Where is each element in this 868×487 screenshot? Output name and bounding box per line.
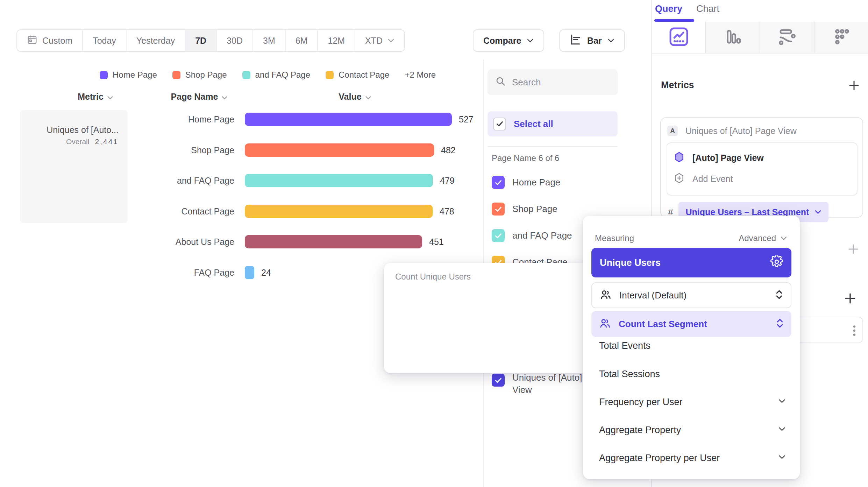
chevron-down-icon <box>607 38 614 43</box>
report-type-retention[interactable] <box>814 22 868 53</box>
add-breakdown-button[interactable] <box>844 292 857 306</box>
kebab-menu-icon[interactable] <box>848 324 860 339</box>
bar-segment[interactable] <box>245 143 434 157</box>
chart-legend: Home Page Shop Page and FAQ Page Contact… <box>100 69 436 81</box>
measuring-label: Measuring <box>595 233 634 243</box>
chart-type-button[interactable]: Bar <box>559 29 625 52</box>
metric-card-title: Uniques of [Auto... <box>27 123 119 137</box>
bar-value-label: 482 <box>441 145 456 155</box>
bar-segment[interactable] <box>245 235 422 248</box>
event-row[interactable]: [Auto] Page View <box>674 151 764 164</box>
advanced-dropdown[interactable]: Advanced <box>739 233 787 243</box>
bar-value-label: 24 <box>261 268 271 278</box>
report-type-flows[interactable] <box>760 22 814 53</box>
metric-badge: A <box>667 126 678 136</box>
column-header-value[interactable]: Value <box>308 92 402 102</box>
date-preset-yesterday[interactable]: Yesterday <box>127 30 185 51</box>
hexagon-plus-icon <box>674 172 685 185</box>
chevron-down-icon <box>221 92 228 102</box>
measuring-option-total-events[interactable]: Total Events <box>599 340 650 351</box>
legend-swatch <box>172 71 180 79</box>
measuring-option-aggregate-property[interactable]: Aggregate Property <box>599 425 681 436</box>
tab-query[interactable]: Query <box>655 3 682 14</box>
chevron-down-icon <box>778 454 786 461</box>
legend-item[interactable]: Shop Page <box>172 70 227 80</box>
chevron-down-icon <box>527 38 534 43</box>
chevron-down-icon <box>778 398 786 405</box>
list-item-label: Shop Page <box>512 204 557 214</box>
report-type-insights[interactable] <box>652 22 706 53</box>
event-card: [Auto] Page View Add Event <box>667 142 858 196</box>
measuring-option-unique-users[interactable]: Unique Users <box>591 248 791 277</box>
date-preset-xtd[interactable]: XTD <box>355 30 404 51</box>
report-type-funnels[interactable] <box>706 22 760 53</box>
column-header-metric[interactable]: Metric <box>52 92 139 102</box>
bar-segment[interactable] <box>245 113 452 126</box>
metric-card-overall: Overall2,441 <box>27 137 119 146</box>
legend-item[interactable]: Contact Page <box>326 70 389 80</box>
select-all-row[interactable]: Select all <box>488 111 618 136</box>
dots-grid-icon <box>832 27 851 48</box>
stepper-icon[interactable] <box>776 318 784 330</box>
measuring-option-frequency-per-user[interactable]: Frequency per User <box>599 397 683 408</box>
metrics-section-title: Metrics <box>661 80 694 91</box>
legend-swatch <box>242 71 250 79</box>
calendar-icon <box>27 34 37 47</box>
bar-category-label: and FAQ Page <box>119 176 234 186</box>
column-header-page-name[interactable]: Page Name <box>150 92 248 102</box>
legend-more[interactable]: +2 More <box>405 70 436 80</box>
metric-summary-card[interactable]: Uniques of [Auto... Overall2,441 <box>20 110 128 223</box>
list-item-and-faq-page[interactable]: and FAQ Page <box>492 229 572 242</box>
list-item-shop-page[interactable]: Shop Page <box>492 203 557 216</box>
date-preset-7d[interactable]: 7D <box>185 30 217 51</box>
menu-header: Count Unique Users <box>395 272 471 282</box>
bar-value-label: 451 <box>429 237 444 247</box>
measuring-option-total-sessions[interactable]: Total Sessions <box>599 369 660 380</box>
chevron-down-icon <box>814 210 821 214</box>
bar-segment[interactable] <box>245 266 254 279</box>
date-preset-3m[interactable]: 3M <box>253 30 286 51</box>
event-hexagon-icon <box>674 151 685 164</box>
search-icon <box>495 76 506 89</box>
measuring-count-last-segment-row[interactable]: Count Last Segment <box>591 311 791 337</box>
date-preset-custom[interactable]: Custom <box>17 30 83 51</box>
select-all-checkbox[interactable] <box>493 118 506 130</box>
checkbox-checked[interactable] <box>492 229 505 242</box>
date-range-toolbar: Custom Today Yesterday 7D 30D 3M 6M 12M … <box>16 29 405 52</box>
legend-swatch <box>326 71 334 79</box>
date-preset-30d[interactable]: 30D <box>217 30 253 51</box>
measuring-option-aggregate-property-per-user[interactable]: Aggregate Property per User <box>599 453 720 464</box>
date-preset-12m[interactable]: 12M <box>318 30 355 51</box>
add-event-row[interactable]: Add Event <box>674 172 733 185</box>
tab-chart[interactable]: Chart <box>696 3 719 14</box>
add-metric-button[interactable] <box>848 79 860 93</box>
date-preset-6m[interactable]: 6M <box>286 30 318 51</box>
checkbox-checked[interactable] <box>492 176 505 189</box>
measuring-interval-row[interactable]: Interval (Default) <box>591 282 791 308</box>
bar-category-label: FAQ Page <box>119 268 234 278</box>
list-item-label: Home Page <box>512 177 560 188</box>
bar-segment[interactable] <box>245 174 433 187</box>
stepper-icon[interactable] <box>775 289 783 301</box>
checkbox-checked[interactable] <box>492 203 505 216</box>
list-item-label: and FAQ Page <box>512 230 572 241</box>
bar-segment[interactable] <box>245 205 433 218</box>
compare-button[interactable]: Compare <box>473 29 544 52</box>
legend-swatch <box>100 71 108 79</box>
bar-value-label: 478 <box>440 206 454 217</box>
report-type-switcher <box>652 22 868 54</box>
bar-value-label: 479 <box>440 176 455 186</box>
checkbox-checked[interactable] <box>492 374 505 387</box>
metric-title-row[interactable]: A Uniques of [Auto] Page View <box>667 126 797 136</box>
gear-icon[interactable] <box>770 255 783 270</box>
add-filter-button[interactable] <box>847 243 860 257</box>
list-item-home-page[interactable]: Home Page <box>492 176 560 189</box>
users-icon <box>600 289 612 302</box>
legend-item[interactable]: and FAQ Page <box>242 70 310 80</box>
legend-item[interactable]: Home Page <box>100 70 157 80</box>
search-input[interactable]: Search <box>488 69 618 95</box>
metric-title: Uniques of [Auto] Page View <box>685 126 797 136</box>
chevron-down-icon <box>387 38 394 43</box>
date-preset-today[interactable]: Today <box>83 30 127 51</box>
group-label: Page Name 6 of 6 <box>492 153 559 163</box>
